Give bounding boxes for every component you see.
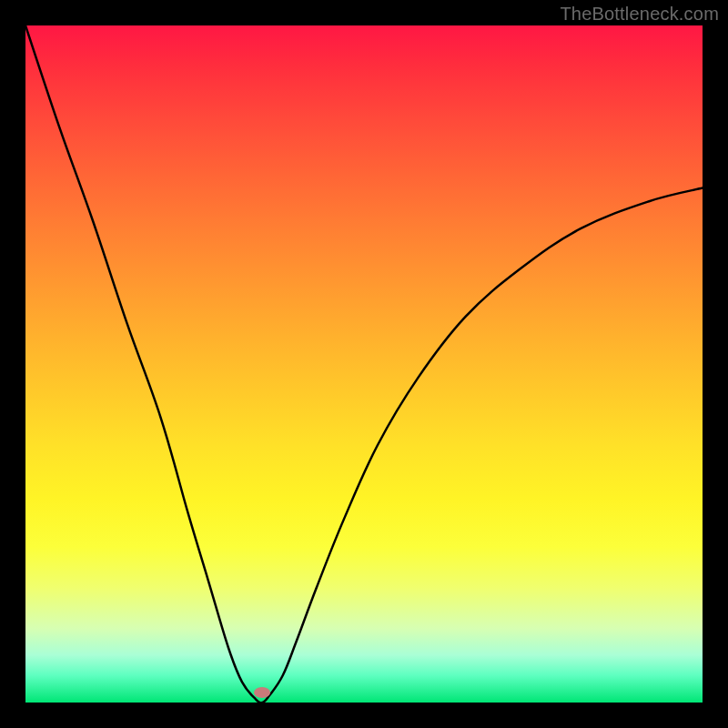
watermark-text: TheBottleneck.com <box>560 4 719 25</box>
chart-frame <box>0 0 728 728</box>
